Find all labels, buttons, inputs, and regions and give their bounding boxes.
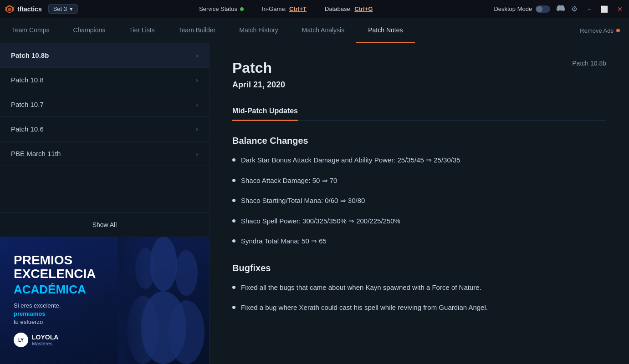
patch-version-badge: Patch 10.8b	[572, 60, 606, 67]
restore-button[interactable]: ⬜	[598, 5, 610, 14]
ad-title-line1: PREMIOS	[14, 253, 195, 268]
patch-10-8-chevron-icon: ›	[196, 76, 198, 84]
desktop-mode-label: Desktop Mode	[494, 5, 532, 12]
balance-item-2: Shaco Attack Damage: 50 ⇒ 70	[232, 176, 606, 186]
service-status: Service Status	[199, 5, 244, 12]
ingame-hotkey-group: In-Game: Ctrl+T	[262, 5, 307, 12]
titlebar-right: Desktop Mode ⚙ – ⬜ ✕	[494, 4, 624, 14]
bugfixes-heading: Bugfixes	[232, 263, 606, 273]
close-button[interactable]: ✕	[615, 5, 624, 14]
ingame-label: In-Game:	[262, 5, 286, 12]
bullet-icon-2	[232, 179, 235, 182]
tab-patch-notes-label: Patch Notes	[368, 26, 403, 34]
bugfix-list: Fixed all the bugs that came about when …	[232, 283, 606, 313]
toggle-knob	[536, 6, 542, 12]
balance-list: Dark Star Bonus Attack Damage and Abilit…	[232, 155, 606, 247]
ad-body-suffix: tu esfuerzo	[14, 318, 43, 325]
patch-item-10-8[interactable]: Patch 10.8 ›	[0, 68, 209, 92]
settings-icon[interactable]: ⚙	[571, 5, 578, 13]
set-chevron-icon: ▾	[70, 5, 73, 12]
remove-ads-dot-icon	[616, 29, 620, 32]
ingame-hotkey[interactable]: Ctrl+T	[289, 5, 307, 12]
tab-match-history[interactable]: Match History	[227, 18, 290, 43]
show-all-label: Show All	[92, 221, 117, 228]
app-logo[interactable]: tftactics	[5, 4, 42, 14]
logo-icon	[5, 4, 15, 14]
patch-10-8b-chevron-icon: ›	[196, 52, 198, 59]
tab-tier-lists-label: Tier Lists	[129, 26, 154, 34]
patch-item-10-7[interactable]: Patch 10.7 ›	[0, 92, 209, 117]
ad-logo-icon: LY	[14, 333, 28, 347]
bullet-icon-4	[232, 219, 235, 222]
patch-date: April 21, 2020	[232, 80, 606, 90]
balance-changes-heading: Balance Changes	[232, 136, 606, 146]
desktop-mode-toggle[interactable]: Desktop Mode	[494, 5, 550, 13]
remove-ads-label: Remove Ads	[580, 27, 614, 34]
ad-banner: PREMIOS EXCELENCIA ACADÉMICA Si eres exc…	[0, 237, 209, 364]
bugfix-item-2-text: Fixed a bug where Xerath could cast his …	[241, 303, 488, 313]
toggle-switch[interactable]	[536, 5, 550, 13]
pbe-march-11-label: PBE March 11th	[11, 150, 61, 157]
ad-body-prefix: Si eres excelente,	[14, 302, 61, 309]
patch-item-10-8b[interactable]: Patch 10.8b ›	[0, 43, 209, 68]
patch-10-8b-label: Patch 10.8b	[11, 51, 49, 59]
minimize-button[interactable]: –	[586, 5, 593, 14]
show-all-button[interactable]: Show All	[0, 212, 209, 237]
tab-champions[interactable]: Champions	[61, 18, 117, 43]
nav-tabs: Team Comps Champions Tier Lists Team Bui…	[0, 18, 629, 43]
ad-subtitle: ACADÉMICA	[14, 283, 195, 296]
titlebar: tftactics Set 3 ▾ Service Status In-Game…	[0, 0, 629, 18]
tab-team-builder[interactable]: Team Builder	[167, 18, 228, 43]
bugfix-bullet-icon-2	[232, 306, 235, 309]
content-area: Patch Patch 10.8b April 21, 2020 Mid-Pat…	[210, 43, 629, 364]
tab-match-analysis-label: Match Analysis	[302, 26, 344, 34]
sidebar: Patch 10.8b › Patch 10.8 › Patch 10.7 › …	[0, 43, 210, 364]
section-tab-mid-patch-label: Mid-Patch Updates	[232, 107, 298, 115]
bugfix-item-1-text: Fixed all the bugs that came about when …	[241, 283, 481, 293]
patch-item-10-6[interactable]: Patch 10.6 ›	[0, 117, 209, 142]
patch-item-pbe-march-11[interactable]: PBE March 11th ›	[0, 142, 209, 166]
database-label: Database:	[325, 5, 352, 12]
remove-ads-button[interactable]: Remove Ads	[571, 18, 629, 43]
patch-10-7-chevron-icon: ›	[196, 101, 198, 108]
tab-team-comps-label: Team Comps	[12, 26, 49, 34]
bullet-icon-1	[232, 158, 235, 162]
database-hotkey[interactable]: Ctrl+G	[354, 5, 373, 12]
balance-item-4-text: Shaco Spell Power: 300/325/350% ⇒ 200/22…	[241, 216, 400, 227]
balance-item-4: Shaco Spell Power: 300/325/350% ⇒ 200/22…	[232, 216, 606, 227]
ad-title-line2: EXCELENCIA	[14, 267, 195, 281]
patch-10-8-label: Patch 10.8	[11, 76, 44, 84]
tab-patch-notes[interactable]: Patch Notes	[356, 18, 414, 43]
ad-body-bold: premiamos	[14, 310, 45, 317]
set-selector[interactable]: Set 3 ▾	[48, 4, 78, 14]
bullet-icon-5	[232, 239, 235, 243]
app-name-label: tftactics	[17, 5, 42, 13]
set-label: Set 3	[53, 5, 67, 12]
ad-logo-name: LOYOLA	[32, 334, 58, 341]
balance-item-1: Dark Star Bonus Attack Damage and Abilit…	[232, 155, 606, 166]
patch-10-6-chevron-icon: ›	[196, 126, 198, 133]
discord-icon[interactable]	[557, 4, 565, 14]
patch-10-6-label: Patch 10.6	[11, 125, 44, 133]
section-tab-mid-patch[interactable]: Mid-Patch Updates	[232, 102, 298, 121]
balance-item-3: Shaco Starting/Total Mana: 0/60 ⇒ 30/80	[232, 196, 606, 206]
patch-list: Patch 10.8b › Patch 10.8 › Patch 10.7 › …	[0, 43, 209, 212]
patch-header: Patch Patch 10.8b	[232, 60, 606, 76]
service-status-label: Service Status	[199, 5, 237, 12]
tab-team-comps[interactable]: Team Comps	[0, 18, 61, 43]
tab-tier-lists[interactable]: Tier Lists	[117, 18, 166, 43]
ad-logo-subtext: Másteres	[32, 341, 58, 346]
status-indicator-icon	[240, 7, 244, 11]
bugfix-item-1: Fixed all the bugs that came about when …	[232, 283, 606, 293]
window-controls: – ⬜ ✕	[586, 5, 624, 14]
bugfix-bullet-icon-1	[232, 286, 235, 289]
ad-content: PREMIOS EXCELENCIA ACADÉMICA Si eres exc…	[0, 237, 209, 364]
tab-team-builder-label: Team Builder	[179, 26, 216, 34]
balance-item-3-text: Shaco Starting/Total Mana: 0/60 ⇒ 30/80	[241, 196, 365, 206]
tab-match-history-label: Match History	[239, 26, 278, 34]
balance-item-2-text: Shaco Attack Damage: 50 ⇒ 70	[241, 176, 337, 186]
tab-match-analysis[interactable]: Match Analysis	[290, 18, 356, 43]
titlebar-center: Service Status In-Game: Ctrl+T Database:…	[78, 5, 494, 12]
bugfix-item-2: Fixed a bug where Xerath could cast his …	[232, 303, 606, 313]
ad-logo: LY LOYOLA Másteres	[14, 333, 195, 347]
